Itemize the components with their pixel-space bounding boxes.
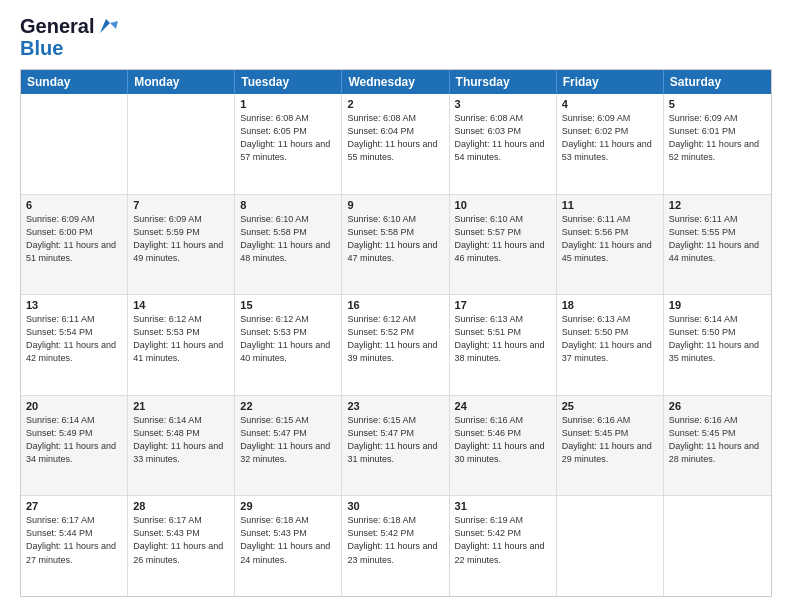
cell-info: Sunrise: 6:10 AM Sunset: 5:58 PM Dayligh… bbox=[347, 213, 443, 265]
day-number: 28 bbox=[133, 500, 229, 512]
calendar-cell: 7Sunrise: 6:09 AM Sunset: 5:59 PM Daylig… bbox=[128, 195, 235, 295]
cell-info: Sunrise: 6:11 AM Sunset: 5:56 PM Dayligh… bbox=[562, 213, 658, 265]
weekday-header: Saturday bbox=[664, 70, 771, 94]
cell-info: Sunrise: 6:17 AM Sunset: 5:44 PM Dayligh… bbox=[26, 514, 122, 566]
cell-info: Sunrise: 6:08 AM Sunset: 6:05 PM Dayligh… bbox=[240, 112, 336, 164]
cell-info: Sunrise: 6:09 AM Sunset: 6:00 PM Dayligh… bbox=[26, 213, 122, 265]
day-number: 21 bbox=[133, 400, 229, 412]
header: General Blue bbox=[20, 15, 772, 59]
cell-info: Sunrise: 6:13 AM Sunset: 5:50 PM Dayligh… bbox=[562, 313, 658, 365]
day-number: 15 bbox=[240, 299, 336, 311]
weekday-header: Tuesday bbox=[235, 70, 342, 94]
calendar-row: 27Sunrise: 6:17 AM Sunset: 5:44 PM Dayli… bbox=[21, 496, 771, 596]
calendar-cell: 23Sunrise: 6:15 AM Sunset: 5:47 PM Dayli… bbox=[342, 396, 449, 496]
cell-info: Sunrise: 6:18 AM Sunset: 5:42 PM Dayligh… bbox=[347, 514, 443, 566]
day-number: 26 bbox=[669, 400, 766, 412]
cell-info: Sunrise: 6:17 AM Sunset: 5:43 PM Dayligh… bbox=[133, 514, 229, 566]
cell-info: Sunrise: 6:16 AM Sunset: 5:46 PM Dayligh… bbox=[455, 414, 551, 466]
weekday-header: Wednesday bbox=[342, 70, 449, 94]
day-number: 8 bbox=[240, 199, 336, 211]
calendar-cell: 16Sunrise: 6:12 AM Sunset: 5:52 PM Dayli… bbox=[342, 295, 449, 395]
cell-info: Sunrise: 6:13 AM Sunset: 5:51 PM Dayligh… bbox=[455, 313, 551, 365]
calendar-cell: 20Sunrise: 6:14 AM Sunset: 5:49 PM Dayli… bbox=[21, 396, 128, 496]
day-number: 1 bbox=[240, 98, 336, 110]
page: General Blue SundayMondayTuesdayWednesda… bbox=[0, 0, 792, 612]
cell-info: Sunrise: 6:11 AM Sunset: 5:54 PM Dayligh… bbox=[26, 313, 122, 365]
day-number: 5 bbox=[669, 98, 766, 110]
cell-info: Sunrise: 6:14 AM Sunset: 5:50 PM Dayligh… bbox=[669, 313, 766, 365]
calendar-cell: 3Sunrise: 6:08 AM Sunset: 6:03 PM Daylig… bbox=[450, 94, 557, 194]
day-number: 29 bbox=[240, 500, 336, 512]
calendar-row: 6Sunrise: 6:09 AM Sunset: 6:00 PM Daylig… bbox=[21, 195, 771, 296]
day-number: 27 bbox=[26, 500, 122, 512]
calendar-cell: 10Sunrise: 6:10 AM Sunset: 5:57 PM Dayli… bbox=[450, 195, 557, 295]
day-number: 18 bbox=[562, 299, 658, 311]
calendar-cell: 8Sunrise: 6:10 AM Sunset: 5:58 PM Daylig… bbox=[235, 195, 342, 295]
day-number: 2 bbox=[347, 98, 443, 110]
day-number: 12 bbox=[669, 199, 766, 211]
logo-text-blue: Blue bbox=[20, 37, 63, 59]
logo-bird-icon bbox=[96, 15, 118, 37]
cell-info: Sunrise: 6:15 AM Sunset: 5:47 PM Dayligh… bbox=[347, 414, 443, 466]
cell-info: Sunrise: 6:09 AM Sunset: 6:02 PM Dayligh… bbox=[562, 112, 658, 164]
calendar-cell: 21Sunrise: 6:14 AM Sunset: 5:48 PM Dayli… bbox=[128, 396, 235, 496]
day-number: 14 bbox=[133, 299, 229, 311]
cell-info: Sunrise: 6:19 AM Sunset: 5:42 PM Dayligh… bbox=[455, 514, 551, 566]
day-number: 10 bbox=[455, 199, 551, 211]
day-number: 19 bbox=[669, 299, 766, 311]
calendar-row: 20Sunrise: 6:14 AM Sunset: 5:49 PM Dayli… bbox=[21, 396, 771, 497]
calendar-cell: 17Sunrise: 6:13 AM Sunset: 5:51 PM Dayli… bbox=[450, 295, 557, 395]
calendar-cell: 18Sunrise: 6:13 AM Sunset: 5:50 PM Dayli… bbox=[557, 295, 664, 395]
weekday-header: Thursday bbox=[450, 70, 557, 94]
calendar-cell: 1Sunrise: 6:08 AM Sunset: 6:05 PM Daylig… bbox=[235, 94, 342, 194]
day-number: 3 bbox=[455, 98, 551, 110]
cell-info: Sunrise: 6:09 AM Sunset: 6:01 PM Dayligh… bbox=[669, 112, 766, 164]
day-number: 9 bbox=[347, 199, 443, 211]
calendar-cell: 27Sunrise: 6:17 AM Sunset: 5:44 PM Dayli… bbox=[21, 496, 128, 596]
calendar-row: 1Sunrise: 6:08 AM Sunset: 6:05 PM Daylig… bbox=[21, 94, 771, 195]
cell-info: Sunrise: 6:12 AM Sunset: 5:53 PM Dayligh… bbox=[240, 313, 336, 365]
calendar-cell bbox=[664, 496, 771, 596]
day-number: 22 bbox=[240, 400, 336, 412]
day-number: 6 bbox=[26, 199, 122, 211]
calendar-cell: 2Sunrise: 6:08 AM Sunset: 6:04 PM Daylig… bbox=[342, 94, 449, 194]
calendar-header: SundayMondayTuesdayWednesdayThursdayFrid… bbox=[21, 70, 771, 94]
weekday-header: Monday bbox=[128, 70, 235, 94]
day-number: 25 bbox=[562, 400, 658, 412]
weekday-header: Friday bbox=[557, 70, 664, 94]
logo-text-general: General bbox=[20, 15, 94, 37]
calendar-cell: 4Sunrise: 6:09 AM Sunset: 6:02 PM Daylig… bbox=[557, 94, 664, 194]
calendar-cell: 15Sunrise: 6:12 AM Sunset: 5:53 PM Dayli… bbox=[235, 295, 342, 395]
weekday-header: Sunday bbox=[21, 70, 128, 94]
cell-info: Sunrise: 6:08 AM Sunset: 6:04 PM Dayligh… bbox=[347, 112, 443, 164]
calendar-cell: 28Sunrise: 6:17 AM Sunset: 5:43 PM Dayli… bbox=[128, 496, 235, 596]
cell-info: Sunrise: 6:12 AM Sunset: 5:52 PM Dayligh… bbox=[347, 313, 443, 365]
cell-info: Sunrise: 6:14 AM Sunset: 5:48 PM Dayligh… bbox=[133, 414, 229, 466]
cell-info: Sunrise: 6:10 AM Sunset: 5:57 PM Dayligh… bbox=[455, 213, 551, 265]
cell-info: Sunrise: 6:16 AM Sunset: 5:45 PM Dayligh… bbox=[669, 414, 766, 466]
cell-info: Sunrise: 6:14 AM Sunset: 5:49 PM Dayligh… bbox=[26, 414, 122, 466]
calendar-row: 13Sunrise: 6:11 AM Sunset: 5:54 PM Dayli… bbox=[21, 295, 771, 396]
day-number: 16 bbox=[347, 299, 443, 311]
calendar-cell: 25Sunrise: 6:16 AM Sunset: 5:45 PM Dayli… bbox=[557, 396, 664, 496]
calendar-cell bbox=[128, 94, 235, 194]
calendar-cell: 22Sunrise: 6:15 AM Sunset: 5:47 PM Dayli… bbox=[235, 396, 342, 496]
day-number: 24 bbox=[455, 400, 551, 412]
calendar-cell: 12Sunrise: 6:11 AM Sunset: 5:55 PM Dayli… bbox=[664, 195, 771, 295]
calendar-cell: 31Sunrise: 6:19 AM Sunset: 5:42 PM Dayli… bbox=[450, 496, 557, 596]
day-number: 30 bbox=[347, 500, 443, 512]
svg-marker-1 bbox=[110, 21, 118, 29]
calendar-cell: 26Sunrise: 6:16 AM Sunset: 5:45 PM Dayli… bbox=[664, 396, 771, 496]
calendar-cell: 30Sunrise: 6:18 AM Sunset: 5:42 PM Dayli… bbox=[342, 496, 449, 596]
cell-info: Sunrise: 6:12 AM Sunset: 5:53 PM Dayligh… bbox=[133, 313, 229, 365]
calendar-cell bbox=[21, 94, 128, 194]
calendar-cell: 29Sunrise: 6:18 AM Sunset: 5:43 PM Dayli… bbox=[235, 496, 342, 596]
cell-info: Sunrise: 6:09 AM Sunset: 5:59 PM Dayligh… bbox=[133, 213, 229, 265]
cell-info: Sunrise: 6:11 AM Sunset: 5:55 PM Dayligh… bbox=[669, 213, 766, 265]
calendar-cell bbox=[557, 496, 664, 596]
cell-info: Sunrise: 6:08 AM Sunset: 6:03 PM Dayligh… bbox=[455, 112, 551, 164]
day-number: 17 bbox=[455, 299, 551, 311]
day-number: 4 bbox=[562, 98, 658, 110]
calendar-cell: 14Sunrise: 6:12 AM Sunset: 5:53 PM Dayli… bbox=[128, 295, 235, 395]
calendar-cell: 9Sunrise: 6:10 AM Sunset: 5:58 PM Daylig… bbox=[342, 195, 449, 295]
